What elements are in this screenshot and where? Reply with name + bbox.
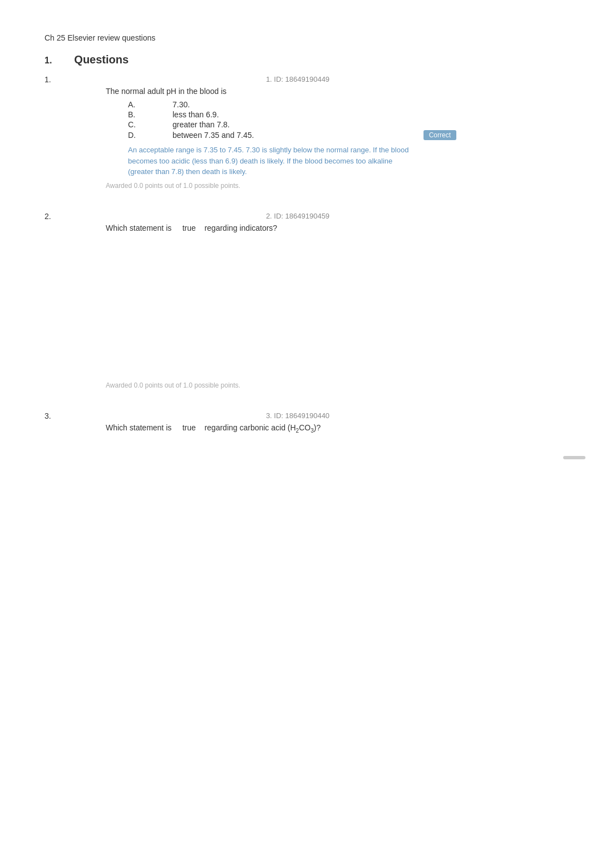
q2-text: Which statement is true regarding indica… bbox=[106, 224, 456, 232]
q2-header: 2. ID: 18649190459 bbox=[139, 212, 456, 220]
q3-content: 3. ID: 18649190440 Which statement is tr… bbox=[72, 411, 456, 438]
q1-inner-label: 1. bbox=[266, 75, 272, 83]
section-heading: 1. Questions bbox=[45, 53, 456, 66]
q1-id: ID: 18649190449 bbox=[274, 75, 329, 83]
q1-answer-a-text: 7.30. bbox=[173, 100, 456, 109]
q1-content: 1. ID: 18649190449 The normal adult pH i… bbox=[72, 75, 456, 199]
q3-true-word: true bbox=[183, 423, 196, 432]
q1-answer-c-letter: C. bbox=[128, 120, 173, 129]
q3-text-paren: )? bbox=[314, 423, 321, 432]
q2-content: 2. ID: 18649190459 Which statement is tr… bbox=[72, 212, 456, 398]
q1-header: 1. ID: 18649190449 bbox=[139, 75, 456, 83]
q1-answer-list: A. 7.30. B. less than 6.9. C. greater th… bbox=[128, 100, 456, 140]
q1-outer-num: 1. bbox=[45, 75, 72, 84]
question-2-row: 2. 2. ID: 18649190459 Which statement is… bbox=[45, 212, 456, 398]
q3-header: 3. ID: 18649190440 bbox=[139, 411, 456, 420]
q1-text: The normal adult pH in the blood is bbox=[106, 87, 456, 96]
q1-answer-d-letter: D. bbox=[128, 131, 173, 140]
question-2-block: 2. 2. ID: 18649190459 Which statement is… bbox=[45, 212, 456, 398]
q1-answer-c-text: greater than 7.8. bbox=[173, 120, 456, 129]
question-3-row: 3. 3. ID: 18649190440 Which statement is… bbox=[45, 411, 456, 438]
q2-outer-num: 2. bbox=[45, 212, 72, 221]
question-3-block: 3. 3. ID: 18649190440 Which statement is… bbox=[45, 411, 456, 438]
q1-answer-a-letter: A. bbox=[128, 100, 173, 109]
q3-text-part2: regarding carbonic acid (H bbox=[204, 423, 296, 432]
correct-badge: Correct bbox=[423, 130, 456, 140]
q1-explanation: An acceptable range is 7.35 to 7.45. 7.3… bbox=[128, 145, 417, 177]
q2-true-word: true bbox=[183, 224, 196, 232]
q1-answer-b-letter: B. bbox=[128, 110, 173, 119]
q3-inner-label: 3. bbox=[266, 411, 272, 420]
section-outer-number: 1. bbox=[45, 56, 52, 66]
q3-text-co3: CO bbox=[299, 423, 311, 432]
doc-title: Ch 25 Elsevier review questions bbox=[45, 33, 456, 42]
q1-answer-b-text: less than 6.9. bbox=[173, 110, 456, 119]
q1-answer-b: B. less than 6.9. bbox=[128, 110, 456, 119]
q2-inner-label: 2. bbox=[266, 212, 272, 220]
q3-id: ID: 18649190440 bbox=[274, 411, 329, 420]
scrollbar-indicator[interactable] bbox=[563, 456, 585, 459]
question-1-row: 1. 1. ID: 18649190449 The normal adult p… bbox=[45, 75, 456, 199]
section-title: Questions bbox=[74, 53, 129, 66]
q2-points: Awarded 0.0 points out of 1.0 possible p… bbox=[106, 381, 456, 389]
q3-text: Which statement is true regarding carbon… bbox=[106, 423, 456, 434]
question-1-block: 1. 1. ID: 18649190449 The normal adult p… bbox=[45, 75, 456, 199]
q3-text-part1: Which statement is bbox=[106, 423, 171, 432]
q1-answer-d: D. between 7.35 and 7.45. Correct bbox=[128, 130, 456, 140]
q1-answer-d-text: between 7.35 and 7.45. bbox=[173, 131, 413, 140]
q2-text-part2: regarding indicators? bbox=[204, 224, 277, 232]
q2-text-part1: Which statement is bbox=[106, 224, 171, 232]
q3-outer-num: 3. bbox=[45, 411, 72, 420]
q1-points: Awarded 0.0 points out of 1.0 possible p… bbox=[106, 182, 456, 190]
q1-answer-c: C. greater than 7.8. bbox=[128, 120, 456, 129]
q2-id: ID: 18649190459 bbox=[274, 212, 329, 220]
q1-answer-a: A. 7.30. bbox=[128, 100, 456, 109]
